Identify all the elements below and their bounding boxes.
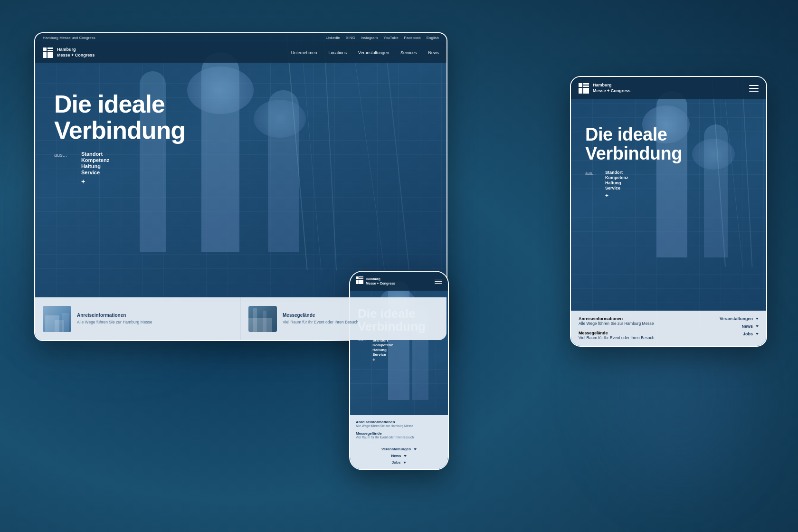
- tablet-keyword-service: Service: [605, 186, 628, 190]
- tablet-screen: Hamburg Messe + Congress Die ideale Verb…: [571, 77, 766, 346]
- tablet-card-title-messe: Messegelände: [579, 331, 712, 335]
- mobile-arrow-2: [404, 455, 407, 457]
- hero-plus[interactable]: +: [81, 178, 109, 185]
- mobile-bottom: Anreiseinformationen Alle Wege führen Si…: [350, 415, 448, 469]
- bottom-card-messe[interactable]: Messegelände Viel Raum für Ihr Event ode…: [241, 297, 446, 340]
- hero-keyword-haltung: Haltung: [81, 163, 109, 169]
- mobile-logo[interactable]: Hamburg Messe + Congress: [356, 276, 395, 286]
- svg-rect-13: [356, 280, 359, 284]
- mobile-navbar: Hamburg Messe + Congress: [350, 272, 448, 291]
- card-text-anreise: Anreiseinformationen Alle Wege führen Si…: [77, 313, 152, 325]
- topbar-facebook[interactable]: Facebook: [404, 36, 421, 40]
- tablet-aus-label: aus...: [585, 171, 596, 199]
- tablet-keyword-haltung: Haltung: [605, 180, 628, 185]
- nav-news[interactable]: News: [428, 50, 439, 55]
- arrow-down-icon-2: [756, 325, 759, 327]
- mobile-link-jobs[interactable]: Jobs: [392, 460, 407, 465]
- nav-locations[interactable]: Locations: [328, 50, 347, 55]
- card-title-anreise: Anreiseinformationen: [77, 313, 152, 318]
- tablet-card-anreise[interactable]: Anreiseinformationen Alle Wege führen Si…: [579, 316, 712, 326]
- tablet-hero-title: Die ideale Verbindung: [585, 125, 752, 163]
- svg-rect-0: [43, 48, 47, 51]
- svg-rect-9: [583, 88, 589, 94]
- tablet-card-desc-messe: Viel Raum für Ihr Event oder Ihren Besuc…: [579, 335, 712, 340]
- tablet-link-jobs[interactable]: Jobs: [743, 332, 759, 336]
- topbar-language[interactable]: English: [427, 36, 439, 40]
- arrow-down-icon-3: [756, 333, 759, 335]
- desktop-hero: Die ideale Verbindung aus... Standort Ko…: [35, 63, 446, 185]
- hero-aus-label: aus...: [54, 152, 67, 158]
- bottom-card-anreise[interactable]: Anreiseinformationen Alle Wege führen Si…: [35, 297, 241, 340]
- desktop-bottom-cards: Anreiseinformationen Alle Wege führen Si…: [35, 297, 446, 340]
- nav-unternehmen[interactable]: Unternehmen: [291, 50, 317, 55]
- hamburger-line-3: [749, 91, 759, 92]
- tablet-bottom: Anreiseinformationen Alle Wege führen Si…: [571, 311, 766, 346]
- topbar-youtube[interactable]: YouTube: [383, 36, 398, 40]
- tablet-hamburger-menu[interactable]: [749, 85, 759, 92]
- topbar-linkedin[interactable]: LinkedIn: [326, 36, 340, 40]
- desktop-logo-text: Hamburg Messe + Congress: [57, 47, 95, 58]
- topbar-instagram[interactable]: Instagram: [361, 36, 378, 40]
- mobile-card-title-anreise: Anreiseinformationen: [356, 420, 442, 424]
- logo-icon: [43, 48, 53, 58]
- svg-rect-8: [579, 88, 582, 94]
- desktop-navbar: Hamburg Messe + Congress Unternehmen Loc…: [35, 42, 446, 63]
- tablet-bottom-inner: Anreiseinformationen Alle Wege führen Si…: [579, 316, 759, 340]
- mobile-aus-label: aus...: [358, 338, 366, 362]
- mobile-card-title-messe: Messegelände: [356, 431, 442, 436]
- svg-rect-3: [43, 52, 47, 58]
- scene-container: Hamburg Messe und Congress LinkedIn XING…: [0, 0, 798, 532]
- tablet-hero-keywords: Standort Kompetenz Haltung Service +: [605, 170, 628, 199]
- mobile-quick-links: Veranstaltungen News Jobs: [356, 443, 442, 465]
- mobile-card-messe[interactable]: Messegelände Viel Raum für Ihr Event ode…: [356, 431, 442, 439]
- tablet-hero: Die ideale Verbindung aus... Standort Ko…: [571, 99, 766, 199]
- mobile-card-anreise[interactable]: Anreiseinformationen Alle Wege führen Si…: [356, 420, 442, 428]
- mobile-arrow-3: [403, 462, 406, 464]
- mobile-link-veranstaltungen[interactable]: Veranstaltungen: [381, 447, 417, 451]
- tablet-link-veranstaltungen[interactable]: Veranstaltungen: [720, 316, 759, 321]
- hero-keyword-kompetenz: Kompetenz: [81, 157, 109, 163]
- mobile-keywords: Standort Kompetenz Haltung Service +: [372, 338, 393, 362]
- tablet-keyword-standort: Standort: [605, 170, 628, 175]
- tablet-logo-text: Hamburg Messe + Congress: [593, 83, 630, 94]
- tablet-keyword-kompetenz: Kompetenz: [605, 175, 628, 180]
- desktop-logo[interactable]: Hamburg Messe + Congress: [43, 47, 95, 58]
- hero-title: Die ideale Verbindung: [54, 91, 428, 143]
- hamburger-line-1: [749, 85, 759, 86]
- desktop-topbar: Hamburg Messe und Congress LinkedIn XING…: [35, 33, 446, 42]
- svg-rect-14: [359, 280, 363, 284]
- svg-rect-7: [583, 86, 589, 87]
- tablet-quick-links: Veranstaltungen News Jobs: [720, 316, 759, 340]
- card-text-messe: Messegelände Viel Raum für Ihr Event ode…: [283, 313, 359, 325]
- nav-veranstaltungen[interactable]: Veranstaltungen: [358, 50, 389, 55]
- mobile-hero-row: aus... Standort Kompetenz Haltung Servic…: [358, 338, 440, 362]
- mobile-logo-icon: [356, 276, 363, 286]
- hamburger-line-2: [749, 88, 759, 89]
- tablet-card-desc-anreise: Alle Wege führen Sie zur Hamburg Messe: [579, 321, 712, 326]
- svg-rect-12: [359, 278, 363, 279]
- mobile-hamburger-line-3: [435, 283, 442, 284]
- tablet-link-news[interactable]: News: [741, 324, 759, 329]
- tablet-hero-row: aus... Standort Kompetenz Haltung Servic…: [585, 170, 752, 199]
- card-thumb-anreise: [43, 306, 71, 332]
- mobile-hamburger-menu[interactable]: [435, 279, 442, 284]
- mobile-card-desc-messe: Viel Raum für Ihr Event oder Ihren Besuc…: [356, 436, 442, 439]
- svg-rect-1: [48, 48, 53, 49]
- tablet-logo[interactable]: Hamburg Messe + Congress: [579, 83, 630, 94]
- svg-rect-5: [579, 83, 582, 87]
- svg-rect-4: [48, 52, 53, 58]
- tablet-bottom-left: Anreiseinformationen Alle Wege führen Si…: [579, 316, 712, 340]
- tablet-navbar: Hamburg Messe + Congress: [571, 77, 766, 99]
- nav-services[interactable]: Services: [400, 50, 417, 55]
- tablet-card-messe[interactable]: Messegelände Viel Raum für Ihr Event ode…: [579, 331, 712, 340]
- tablet-card-title-anreise: Anreiseinformationen: [579, 316, 712, 321]
- mobile-hamburger-line-1: [435, 279, 442, 280]
- hero-keyword-service: Service: [81, 170, 109, 175]
- mobile-keyword-haltung: Haltung: [372, 348, 393, 352]
- tablet-mockup: Hamburg Messe + Congress Die ideale Verb…: [570, 76, 767, 347]
- card-thumb-messe: [248, 306, 277, 332]
- mobile-card-desc-anreise: Alle Wege führen Sie zur Hamburg Messe: [356, 424, 442, 428]
- mobile-hamburger-line-2: [435, 281, 442, 282]
- topbar-xing[interactable]: XING: [346, 36, 355, 40]
- mobile-link-news[interactable]: News: [391, 454, 407, 458]
